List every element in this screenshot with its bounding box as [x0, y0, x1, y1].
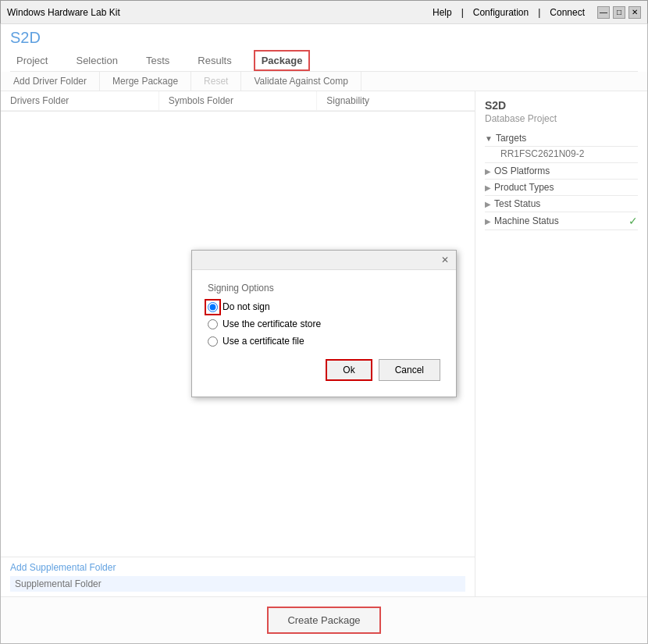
cancel-button[interactable]: Cancel: [379, 359, 440, 381]
radio-cert-file: Use a certificate file: [208, 336, 440, 347]
close-button[interactable]: ✕: [628, 6, 641, 19]
radio-cert-file-label[interactable]: Use a certificate file: [223, 336, 304, 347]
minimize-button[interactable]: —: [597, 6, 610, 19]
radio-do-not-sign-label[interactable]: Do not sign: [223, 301, 270, 312]
title-bar-links: Help | Configuration | Connect: [433, 7, 585, 18]
title-bar: Windows Hardware Lab Kit Help | Configur…: [1, 1, 647, 24]
signing-options-dialog: ✕ Signing Options Do not sign Use the ce…: [191, 250, 457, 397]
dialog-overlay: ✕ Signing Options Do not sign Use the ce…: [0, 23, 648, 644]
help-link[interactable]: Help: [433, 7, 452, 18]
connect-link[interactable]: Connect: [550, 7, 585, 18]
dialog-close-button[interactable]: ✕: [439, 254, 451, 266]
dialog-content: Signing Options Do not sign Use the cert…: [192, 270, 456, 397]
configuration-link[interactable]: Configuration: [473, 7, 529, 18]
radio-cert-store-label[interactable]: Use the certificate store: [223, 318, 321, 329]
radio-cert-file-input[interactable]: [208, 336, 218, 347]
dialog-titlebar: ✕: [192, 251, 456, 270]
dialog-buttons: Ok Cancel: [208, 359, 440, 381]
window-title: Windows Hardware Lab Kit: [7, 7, 120, 18]
ok-button[interactable]: Ok: [326, 359, 372, 381]
radio-cert-store: Use the certificate store: [208, 318, 440, 329]
restore-button[interactable]: □: [613, 6, 625, 19]
window-controls: — □ ✕: [597, 6, 641, 19]
dialog-section-title: Signing Options: [208, 283, 440, 294]
radio-cert-store-input[interactable]: [208, 319, 218, 329]
radio-do-not-sign-input[interactable]: [208, 302, 218, 312]
radio-do-not-sign: Do not sign: [208, 301, 440, 312]
